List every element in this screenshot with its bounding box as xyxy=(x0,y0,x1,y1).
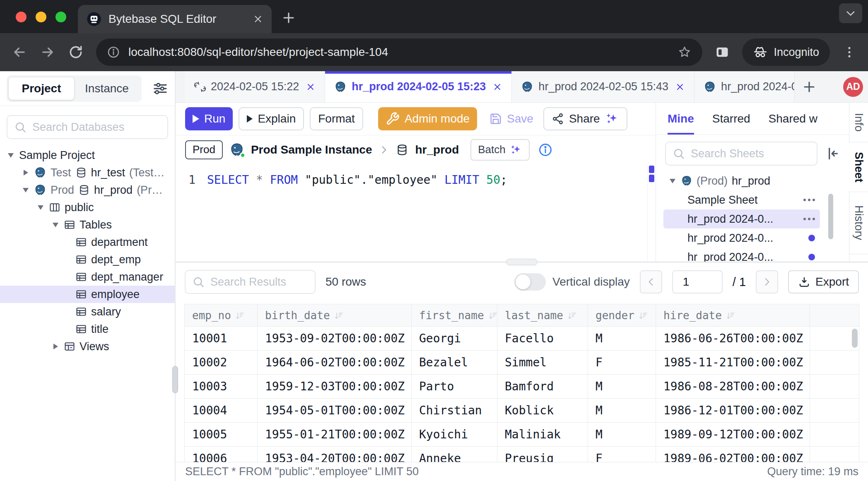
table-cell[interactable]: M xyxy=(588,327,656,351)
rail-tab-info[interactable]: Info xyxy=(849,103,868,142)
panel-resize-handle[interactable] xyxy=(506,259,538,265)
table-cell[interactable]: Simmel xyxy=(497,351,588,375)
tree-item-hr_test[interactable]: Testhr_test(Test… xyxy=(0,164,175,181)
instance-name[interactable]: Prod Sample Instance xyxy=(251,143,372,156)
table-row[interactable]: 100011953-09-02T00:00:00ZGeorgiFacelloM1… xyxy=(185,327,859,351)
table-cell[interactable]: M xyxy=(588,399,656,423)
filter-settings-icon[interactable] xyxy=(152,81,168,96)
table-row[interactable]: 100041954-05-01T00:00:00ZChirstianKoblic… xyxy=(185,399,859,423)
tree-item-Views[interactable]: Views xyxy=(0,338,175,355)
tab-mine[interactable]: Mine xyxy=(668,103,694,135)
table-cell[interactable]: 1986-08-28T00:00:00Z xyxy=(656,375,810,399)
table-cell[interactable]: Bamford xyxy=(497,375,588,399)
next-page-button[interactable] xyxy=(756,270,778,293)
table-cell[interactable]: M xyxy=(588,375,656,399)
table-cell[interactable]: Bezalel xyxy=(412,351,497,375)
table-cell[interactable]: 1989-06-02T00:00:00Z xyxy=(656,447,810,462)
tree-item-department[interactable]: department xyxy=(0,233,175,251)
editor-sheet-tab[interactable]: hr_prod 2024-02-05 15:23 xyxy=(325,71,512,102)
reload-icon[interactable] xyxy=(68,44,84,60)
table-cell[interactable]: 1955-01-21T00:00:00Z xyxy=(258,423,412,447)
close-tab-icon[interactable] xyxy=(253,14,263,24)
sql-editor[interactable]: 1 SELECT * FROM "public"."employee" LIMI… xyxy=(176,164,656,262)
chevron-down-icon[interactable] xyxy=(22,188,30,192)
window-close-button[interactable] xyxy=(16,12,27,22)
chevron-down-icon[interactable] xyxy=(668,179,677,183)
table-cell[interactable]: 1986-12-01T00:00:00Z xyxy=(656,399,810,423)
tab-instance[interactable]: Instance xyxy=(74,77,140,100)
table-cell[interactable]: 10005 xyxy=(185,423,258,447)
sheet-item[interactable]: Sample Sheet xyxy=(663,190,820,209)
table-cell[interactable]: M xyxy=(588,423,656,447)
database-name[interactable]: hr_prod xyxy=(415,143,459,156)
tab-starred[interactable]: Starred xyxy=(712,103,750,135)
address-bar[interactable]: localhost:8080/sql-editor/sheet/project-… xyxy=(96,38,702,66)
admin-mode-button[interactable]: Admin mode xyxy=(378,107,477,130)
table-cell[interactable]: 10002 xyxy=(185,351,258,375)
table-cell[interactable]: 10001 xyxy=(185,327,258,351)
explain-button[interactable]: Explain xyxy=(239,107,304,130)
editor-sheet-tab[interactable]: 2024-02-05 15:22 xyxy=(185,71,325,102)
browser-menu-icon[interactable] xyxy=(842,45,856,59)
site-info-icon[interactable] xyxy=(107,46,120,59)
run-button[interactable]: Run xyxy=(185,107,233,130)
save-button[interactable]: Save xyxy=(485,107,538,130)
table-cell[interactable]: Kyoichi xyxy=(412,423,497,447)
share-button[interactable]: Share xyxy=(543,107,627,130)
chevron-down-icon[interactable] xyxy=(7,153,15,158)
column-header[interactable]: first_name xyxy=(412,304,497,327)
tab-overview-button[interactable] xyxy=(839,3,862,23)
close-icon[interactable] xyxy=(492,82,502,92)
table-cell[interactable]: 1953-09-02T00:00:00Z xyxy=(258,327,412,351)
chevron-down-icon[interactable] xyxy=(36,205,45,210)
table-cell[interactable]: Maliniak xyxy=(497,423,588,447)
table-cell[interactable]: 10004 xyxy=(185,399,258,423)
chevron-right-icon[interactable] xyxy=(51,344,60,349)
column-header[interactable]: birth_date xyxy=(258,304,412,327)
table-cell[interactable]: 1986-06-26T00:00:00Z xyxy=(656,327,810,351)
bookmark-star-icon[interactable] xyxy=(678,45,692,59)
forward-icon[interactable] xyxy=(40,44,55,60)
tab-project[interactable]: Project xyxy=(9,77,74,100)
sheet-search-input[interactable] xyxy=(691,147,810,160)
table-cell[interactable]: 1985-11-21T00:00:00Z xyxy=(656,351,810,375)
editor-sheet-tab[interactable]: hr_prod 2024-02-05 15:43 xyxy=(512,71,694,102)
table-cell[interactable]: Georgi xyxy=(412,327,497,351)
tree-item-Sample Project[interactable]: Sample Project xyxy=(0,147,175,164)
sheet-item[interactable]: hr_prod 2024-0... xyxy=(663,209,820,228)
editor-sheet-tab[interactable]: hr_prod 2024-0 xyxy=(694,71,795,102)
results-search-input[interactable] xyxy=(210,276,308,289)
more-menu-icon[interactable] xyxy=(803,218,815,220)
tree-item-hr_prod[interactable]: Prodhr_prod(Pr… xyxy=(0,181,175,199)
table-scrollbar[interactable] xyxy=(852,329,858,348)
table-cell[interactable]: F xyxy=(588,351,656,375)
tree-item-employee[interactable]: employee xyxy=(0,286,175,303)
new-browser-tab-button[interactable] xyxy=(281,10,297,26)
format-button[interactable]: Format xyxy=(310,107,363,130)
chevron-down-icon[interactable] xyxy=(51,223,60,227)
tree-item-dept_emp[interactable]: dept_emp xyxy=(0,251,175,268)
table-cell[interactable]: Chirstian xyxy=(412,399,497,423)
new-sheet-tab-button[interactable] xyxy=(801,79,817,95)
vertical-display-toggle[interactable] xyxy=(514,273,546,291)
close-icon[interactable] xyxy=(306,82,316,92)
tab-shared-with-me[interactable]: Shared w xyxy=(769,103,817,135)
sheet-group[interactable]: (Prod)hr_prod xyxy=(663,171,820,190)
table-row[interactable]: 100061953-04-20T00:00:00ZAnnekePreusigF1… xyxy=(185,447,859,462)
table-cell[interactable]: 10003 xyxy=(185,375,258,399)
export-button[interactable]: Export xyxy=(788,270,859,293)
window-minimize-button[interactable] xyxy=(36,12,46,22)
column-header[interactable]: hire_date xyxy=(656,304,810,327)
table-cell[interactable]: Parto xyxy=(412,375,497,399)
rail-tab-history[interactable]: History xyxy=(849,192,868,254)
column-header[interactable]: last_name xyxy=(497,304,588,327)
table-cell[interactable]: 1954-05-01T00:00:00Z xyxy=(258,399,412,423)
table-cell[interactable]: Facello xyxy=(497,327,588,351)
close-icon[interactable] xyxy=(675,82,685,92)
database-search-input[interactable] xyxy=(32,121,161,134)
database-search-box[interactable] xyxy=(7,115,168,139)
table-cell[interactable]: Anneke xyxy=(412,447,497,462)
sheet-search-box[interactable] xyxy=(665,142,817,166)
table-row[interactable]: 100021964-06-02T00:00:00ZBezalelSimmelF1… xyxy=(185,351,859,375)
table-cell[interactable]: 1959-12-03T00:00:00Z xyxy=(258,375,412,399)
